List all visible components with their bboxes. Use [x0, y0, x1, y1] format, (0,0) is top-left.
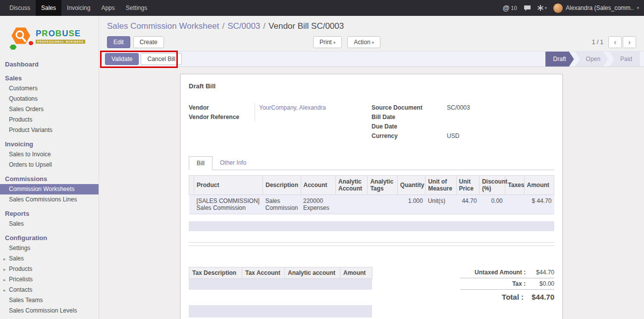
lines-cell-analytic-tags[interactable] — [368, 195, 397, 214]
lines-cell-unit-of-measure[interactable]: Unit(s) — [426, 195, 456, 214]
topbar-menu-sales[interactable]: Sales — [36, 0, 61, 16]
lines-header-description[interactable]: Description — [263, 176, 301, 195]
sidebar-item-sales[interactable]: Sales — [0, 219, 99, 229]
lines-header-discount[interactable]: Discount (%) — [479, 176, 505, 195]
controls-row: Edit Create Print▾ Action▾ 1 / 1 ‹ › — [99, 33, 644, 51]
vendor-value-link[interactable]: YourCompany, Alexandra — [259, 104, 326, 111]
total-label: Total : — [502, 293, 524, 301]
user-menu[interactable]: Alexandra (Sales_comm.. ▾ — [553, 3, 639, 13]
action-button[interactable]: Action▾ — [347, 36, 380, 48]
lines-header-unit-of-measure[interactable]: Unit of Measure — [426, 176, 456, 195]
logo-letter: B — [55, 29, 62, 38]
pager-next-button[interactable]: › — [623, 36, 636, 48]
tax-header-analytic-account[interactable]: Analytic account — [285, 267, 340, 279]
topbar-menu-invoicing[interactable]: Invoicing — [61, 0, 96, 16]
sidebar-heading-sales[interactable]: Sales — [0, 73, 99, 83]
logo-letter: S — [68, 29, 74, 38]
tax-block: Tax DescriptionTax AccountAnalytic accou… — [189, 267, 372, 318]
validate-button[interactable]: Validate — [105, 53, 139, 65]
sidebar-section-sales: SalesCustomersQuotationsSales OrdersProd… — [0, 73, 99, 135]
lines-cell-account[interactable]: 220000 Expenses — [301, 195, 335, 214]
sidebar-heading-commissions[interactable]: Commissions — [0, 174, 99, 184]
tab-bill[interactable]: Bill — [189, 156, 213, 170]
sidebar-heading-reports[interactable]: Reports — [0, 208, 99, 219]
sidebar-item-sales[interactable]: ▸Sales — [0, 254, 99, 264]
status-step-open[interactable]: Open — [575, 52, 608, 66]
pager-previous-button[interactable]: ‹ — [608, 36, 622, 48]
sidebar-item-commission-worksheets[interactable]: Commission Worksheets — [0, 184, 99, 194]
mention-count: 10 — [511, 5, 517, 11]
tax-table-head-row: Tax DescriptionTax AccountAnalytic accou… — [189, 267, 373, 279]
lines-cell-product[interactable]: [SALES COMMISSION] Sales Commission — [194, 195, 263, 214]
status-step-draft[interactable]: Draft — [545, 52, 574, 66]
sidebar-heading-configuration[interactable]: Configuration — [0, 233, 99, 243]
tax-header-tax-account[interactable]: Tax Account — [242, 267, 285, 279]
sidebar-item-label: Sales Teams — [9, 297, 43, 304]
bill-date-field[interactable] — [443, 113, 554, 122]
topbar-menu-discuss[interactable]: Discuss — [4, 0, 36, 16]
tax-header-tax-description[interactable]: Tax Description — [189, 267, 242, 279]
topbar-menu-settings[interactable]: Settings — [120, 0, 153, 16]
lines-header-analytic-account[interactable]: Analytic Account — [335, 176, 367, 195]
lines-cell-amount[interactable]: $ 44.70 — [524, 195, 554, 214]
breadcrumb-part-1[interactable]: SC/0003 — [227, 21, 260, 31]
caret-down-icon: ▾ — [372, 40, 375, 45]
invoice-lines-table: ProductDescriptionAccountAnalytic Accoun… — [189, 175, 554, 214]
app-logo[interactable]: PROBUSE PROFESSIONAL BUSINESS — [0, 16, 99, 56]
sidebar-section-dashboard: Dashboard — [0, 59, 99, 69]
sidebar: PROBUSE PROFESSIONAL BUSINESS DashboardS… — [0, 16, 99, 319]
sidebar-item-settings[interactable]: Settings — [0, 243, 99, 254]
logo-letter: P — [36, 29, 42, 38]
empty-line-stripe — [189, 221, 554, 231]
lines-cell-quantity[interactable]: 1.000 — [397, 195, 425, 214]
sidebar-item-contacts[interactable]: ▸Contacts — [0, 285, 99, 295]
print-button[interactable]: Print▾ — [313, 36, 342, 48]
status-step-paid[interactable]: Paid — [609, 52, 640, 66]
tax-header-amount[interactable]: Amount — [340, 267, 373, 279]
logo-title: PROBUSE — [36, 29, 85, 39]
sidebar-item-sales-to-invoice[interactable]: Sales to Invoice — [0, 149, 99, 160]
lines-header-account[interactable]: Account — [301, 176, 335, 195]
sidebar-item-sales-teams[interactable]: Sales Teams — [0, 295, 99, 306]
lines-cell-unit-price[interactable]: 44.70 — [456, 195, 479, 214]
chat-icon[interactable] — [524, 5, 531, 11]
lines-header-taxes[interactable]: Taxes — [505, 176, 524, 195]
developer-menu[interactable]: ▾ — [537, 5, 547, 11]
sidebar-heading-invoicing[interactable]: Invoicing — [0, 139, 99, 149]
mention-counter[interactable]: @ 10 — [503, 4, 517, 12]
breadcrumb-part-0[interactable]: Sales Commission Worksheet — [107, 21, 219, 31]
sidebar-item-customers[interactable]: Customers — [0, 83, 99, 94]
breadcrumb-separator: / — [263, 21, 266, 31]
lines-header-unit-price[interactable]: Unit Price — [456, 176, 479, 195]
lines-cell-analytic-account[interactable] — [335, 195, 367, 214]
lines-header-amount[interactable]: Amount — [524, 176, 554, 195]
lines-header-quantity[interactable]: Quantity — [397, 176, 425, 195]
vendor-row: Vendor YourCompany, Alexandra — [189, 103, 372, 113]
sidebar-item-pricelists[interactable]: ▸Pricelists — [0, 274, 99, 285]
tab-other-info[interactable]: Other Info — [213, 156, 254, 170]
sidebar-item-product-variants[interactable]: Product Variants — [0, 125, 99, 135]
due-date-field[interactable] — [443, 122, 554, 131]
lines-header-product[interactable]: Product — [194, 176, 263, 195]
lines-cell-discount[interactable]: 0.00 — [479, 195, 505, 214]
sidebar-item-quotations[interactable]: Quotations — [0, 94, 99, 104]
sidebar-item-sales-commissions-lines[interactable]: Sales Commissions Lines — [0, 194, 99, 205]
edit-button[interactable]: Edit — [107, 36, 130, 48]
topbar-menu-apps[interactable]: Apps — [96, 0, 120, 16]
logo-letter: E — [75, 29, 81, 38]
cancel-bill-button[interactable]: Cancel Bill — [141, 53, 182, 65]
create-button[interactable]: Create — [133, 36, 164, 48]
sidebar-item-label: Product Variants — [9, 127, 53, 133]
sidebar-item-sales-commission-levels[interactable]: Sales Commission Levels — [0, 306, 99, 316]
sidebar-heading-dashboard[interactable]: Dashboard — [0, 59, 99, 69]
sidebar-item-orders-to-upsell[interactable]: Orders to Upsell — [0, 160, 99, 170]
sidebar-item-sales-orders[interactable]: Sales Orders — [0, 104, 99, 115]
table-row[interactable]: [SALES COMMISSION] Sales CommissionSales… — [189, 195, 554, 214]
vendor-reference-field[interactable] — [255, 113, 372, 122]
sidebar-item-products[interactable]: ▸Products — [0, 264, 99, 274]
form-right-column: Source Document SC/0003 Bill Date Due Da… — [372, 103, 554, 141]
lines-cell-taxes[interactable] — [505, 195, 524, 214]
lines-header-analytic-tags[interactable]: Analytic Tags — [368, 176, 397, 195]
sidebar-item-products[interactable]: Products — [0, 115, 99, 125]
lines-cell-description[interactable]: Sales Commission — [263, 195, 301, 214]
